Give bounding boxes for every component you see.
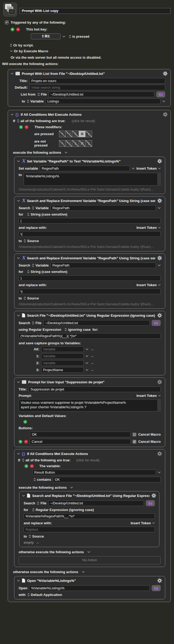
replace-string-input[interactable]: Replace bbox=[24, 527, 155, 532]
action-gear-menu[interactable] bbox=[157, 451, 162, 456]
result-arrow-button[interactable]: → bbox=[90, 368, 94, 372]
collapse-chevron-icon[interactable] bbox=[11, 73, 14, 75]
search-file-input[interactable]: ~/Desktop/Untitled.txt bbox=[43, 320, 150, 326]
modifier-option-button[interactable]: ⌥ bbox=[66, 140, 72, 147]
group-all-input[interactable]: Variable bbox=[41, 346, 84, 352]
choose-file-button[interactable] bbox=[152, 585, 161, 591]
add-condition-button[interactable]: + bbox=[24, 464, 28, 468]
open-with-popup[interactable]: Default Application bbox=[27, 593, 62, 597]
modifier-shift-button[interactable]: ⇧ bbox=[72, 131, 79, 137]
action-gear-menu[interactable] bbox=[157, 380, 162, 384]
hotkey-dropdown-icon[interactable] bbox=[62, 36, 65, 37]
modifier-command-button[interactable]: ⌘ bbox=[79, 140, 86, 147]
list-source-popup[interactable]: File bbox=[37, 92, 47, 96]
variable-dropdown-icon[interactable] bbox=[86, 348, 88, 350]
modifier-capslock-button[interactable]: ⇪ bbox=[86, 140, 92, 147]
prompt-title-input[interactable]: Suppression de projet bbox=[29, 387, 161, 392]
click-for-result[interactable]: (click for result) bbox=[76, 458, 100, 462]
modifier-control-button[interactable]: ^ bbox=[59, 140, 66, 147]
destination-popup[interactable]: Source bbox=[24, 239, 39, 243]
variable-dropdown-icon[interactable] bbox=[86, 362, 88, 364]
if-mode-popup[interactable]: all of the following are true: bbox=[22, 458, 71, 462]
modifier-option-button[interactable]: ⌥ bbox=[66, 131, 72, 137]
choose-file-button[interactable] bbox=[152, 320, 161, 326]
collapse-chevron-icon[interactable] bbox=[11, 114, 14, 115]
modifier-command-button[interactable]: ⌘ bbox=[79, 131, 86, 137]
group-1-input[interactable]: Variable bbox=[41, 353, 84, 359]
replace-string-input[interactable]: \) bbox=[19, 289, 161, 294]
prompt-title-input[interactable]: Projets en cours bbox=[29, 78, 165, 84]
add-button-button[interactable]: + bbox=[19, 440, 22, 444]
macro-name-input[interactable]: Prompt With List copy bbox=[20, 8, 171, 14]
variable-text-area[interactable]: %Variable%Listings% bbox=[24, 173, 161, 186]
variable-dropdown-icon[interactable] bbox=[158, 207, 161, 209]
insert-token-menu[interactable]: Insert Token bbox=[137, 166, 161, 170]
result-arrow-button[interactable]: → bbox=[90, 354, 94, 358]
variable-dropdown-icon[interactable] bbox=[158, 264, 161, 266]
action-gear-menu[interactable] bbox=[157, 313, 162, 318]
case-mode-popup[interactable]: ignoring case bbox=[65, 328, 91, 332]
variable-dropdown-icon[interactable] bbox=[158, 471, 161, 473]
or-by-execute-macro-disclosure[interactable]: Or by Execute Macro bbox=[10, 49, 48, 53]
group-3-input[interactable]: ProjectName bbox=[41, 367, 84, 373]
search-source-popup[interactable]: Variable bbox=[32, 206, 49, 210]
choose-file-button[interactable] bbox=[146, 500, 155, 506]
variable-dropdown-icon[interactable] bbox=[86, 355, 88, 357]
action-gear-menu[interactable] bbox=[163, 71, 168, 76]
collapse-chevron-icon[interactable] bbox=[22, 495, 25, 497]
to-variable-popup[interactable]: Variable bbox=[27, 99, 44, 103]
condition-variable-input[interactable]: Result Button bbox=[32, 470, 156, 475]
action-gear-menu[interactable] bbox=[151, 493, 156, 498]
insert-token-menu[interactable]: Insert Token bbox=[131, 521, 155, 525]
action-gear-menu[interactable] bbox=[157, 578, 162, 583]
prompt-text-area[interactable]: Voulez-vous vraiment supprimer le projet… bbox=[19, 399, 161, 411]
destination-popup[interactable]: Source bbox=[29, 534, 44, 538]
match-mode-popup[interactable]: String (case sensitive) bbox=[27, 270, 67, 274]
search-source-popup[interactable]: File bbox=[32, 321, 41, 325]
search-string-input[interactable]: ) bbox=[19, 275, 161, 281]
search-source-popup[interactable]: File bbox=[37, 501, 46, 505]
collapse-chevron-icon[interactable] bbox=[17, 257, 20, 259]
modifier-shift-button[interactable]: ⇧ bbox=[72, 140, 79, 147]
triggered-checkbox[interactable]: ✓ bbox=[5, 20, 9, 24]
variable-dropdown-icon[interactable] bbox=[132, 168, 135, 169]
result-arrow-button[interactable]: → bbox=[90, 361, 94, 365]
regex-input[interactable]: %Variable%RegexPath%__.*\n* bbox=[24, 513, 155, 519]
contains-value-input[interactable]: OK bbox=[53, 477, 161, 482]
action-gear-menu[interactable] bbox=[157, 256, 162, 260]
collapse-chevron-icon[interactable] bbox=[17, 315, 20, 316]
action-gear-menu[interactable] bbox=[157, 159, 162, 164]
list-file-input[interactable]: ~/Desktop/Untitled.txt bbox=[49, 92, 154, 97]
remove-condition-button[interactable]: − bbox=[25, 125, 28, 129]
variable-dropdown-icon[interactable] bbox=[86, 369, 88, 371]
remove-trigger-button[interactable]: − bbox=[16, 28, 20, 31]
hotkey-mode-popup[interactable]: is pressed bbox=[69, 35, 89, 38]
choose-file-button[interactable] bbox=[156, 91, 165, 97]
search-string-input[interactable]: ( bbox=[19, 218, 161, 224]
search-source-popup[interactable]: Variable bbox=[32, 263, 49, 267]
result-arrow-button[interactable]: → bbox=[36, 540, 39, 544]
insert-token-menu[interactable]: Insert Token bbox=[137, 394, 161, 398]
collapse-chevron-icon[interactable] bbox=[17, 580, 20, 582]
collapse-chevron-icon[interactable] bbox=[17, 453, 20, 455]
chevron-down-icon[interactable] bbox=[82, 571, 85, 573]
group-2-input[interactable]: Variable bbox=[41, 360, 84, 366]
regex-input[interactable]: (%Variable%RegexPath%)(__)(.*)\n* bbox=[19, 333, 161, 339]
modifier-control-button[interactable]: ^ bbox=[59, 131, 66, 137]
insert-token-menu[interactable]: Insert Token bbox=[137, 226, 161, 230]
insert-token-menu[interactable]: Insert Token bbox=[137, 283, 161, 287]
add-variable-button[interactable]: + bbox=[23, 420, 27, 424]
or-by-script-popup[interactable]: Or by script. bbox=[10, 43, 34, 47]
if-mode-popup[interactable]: all of the following are true: bbox=[17, 119, 66, 123]
to-variable-input[interactable]: Listings bbox=[45, 98, 160, 104]
match-mode-popup[interactable]: Regular Expression (ignoring case) bbox=[32, 508, 94, 512]
search-variable-input[interactable]: RegexPath bbox=[50, 205, 156, 211]
add-trigger-button[interactable]: + bbox=[11, 28, 14, 31]
result-arrow-button[interactable]: → bbox=[90, 347, 94, 351]
button-cancel-input[interactable]: Cancel bbox=[30, 439, 131, 444]
collapse-chevron-icon[interactable] bbox=[17, 200, 20, 202]
variable-dropdown-icon[interactable] bbox=[162, 100, 165, 102]
default-input[interactable]: Initial search string bbox=[29, 85, 165, 90]
collapse-chevron-icon[interactable] bbox=[17, 160, 20, 162]
chevron-down-icon[interactable] bbox=[87, 551, 90, 553]
